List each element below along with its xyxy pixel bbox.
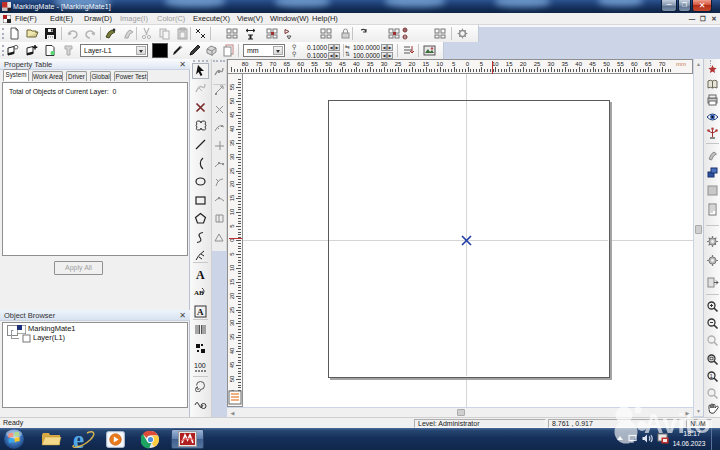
svg-text:AB: AB — [194, 289, 204, 297]
svg-text:A: A — [196, 268, 205, 281]
svg-text:A: A — [197, 307, 204, 317]
svg-text:100: 100 — [194, 362, 206, 369]
